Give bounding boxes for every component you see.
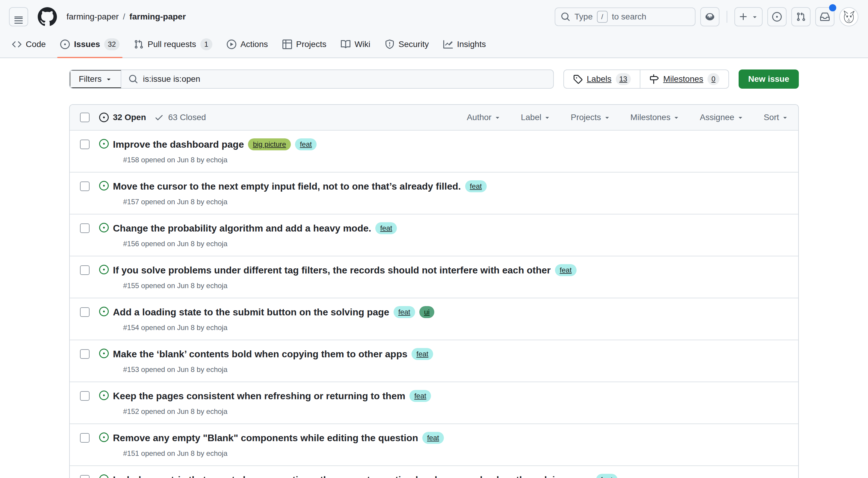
dropdown-label: Milestones: [630, 113, 671, 122]
issue-label[interactable]: feat: [409, 390, 431, 402]
issue-checkbox[interactable]: [80, 307, 90, 317]
dropdown-label: Label: [521, 113, 541, 122]
issue-meta: #156 opened on Jun 8 by echoja: [123, 240, 788, 248]
chevron-down-icon: [603, 114, 611, 121]
issue-title-link[interactable]: Remove any empty "Blank" components whil…: [113, 431, 418, 445]
issue-label[interactable]: feat: [555, 264, 577, 276]
issue-opened-icon: [99, 390, 109, 400]
issue-meta: #154 opened on Jun 8 by echoja: [123, 323, 788, 332]
your-pull-requests-button[interactable]: [791, 7, 810, 26]
git-pull-request-icon: [134, 39, 144, 49]
tab-security[interactable]: Security: [378, 31, 436, 58]
chevron-down-icon: [494, 114, 501, 121]
git-pull-request-icon: [796, 12, 806, 22]
issue-checkbox[interactable]: [80, 265, 90, 275]
tab-label: Wiki: [354, 39, 371, 49]
issue-label[interactable]: feat: [295, 138, 317, 150]
header-bar: farming-paper / farming-paper Type / to …: [0, 0, 868, 31]
dropdown-label[interactable]: Label: [521, 113, 551, 122]
dropdown-sort[interactable]: Sort: [764, 113, 788, 122]
labels-milestones-group: Labels 13 Milestones 0: [563, 69, 729, 89]
dropdown-projects[interactable]: Projects: [570, 113, 611, 122]
tag-icon: [573, 74, 583, 84]
issue-checkbox[interactable]: [80, 475, 90, 478]
search-icon: [128, 74, 138, 84]
tab-count-badge: 1: [200, 38, 212, 50]
tab-insights[interactable]: Insights: [436, 31, 493, 58]
dropdown-author[interactable]: Author: [467, 113, 501, 122]
labels-label: Labels: [587, 74, 612, 84]
issue-checkbox[interactable]: [80, 223, 90, 233]
issue-checkbox[interactable]: [80, 349, 90, 359]
play-icon: [227, 39, 236, 49]
issue-checkbox[interactable]: [80, 391, 90, 401]
issue-title-link[interactable]: If you solve problems under different ta…: [113, 263, 551, 277]
tab-wiki[interactable]: Wiki: [334, 31, 378, 58]
issue-title-link[interactable]: Include a metric that counts how many ti…: [113, 473, 592, 478]
open-issues-filter[interactable]: 32 Open: [99, 113, 146, 122]
issue-label[interactable]: feat: [596, 474, 618, 478]
issue-row: Include a metric that counts how many ti…: [70, 466, 798, 478]
issue-label[interactable]: feat: [394, 306, 415, 318]
dropdown-assignee[interactable]: Assignee: [700, 113, 744, 122]
issue-title-link[interactable]: Move the cursor to the next empty input …: [113, 179, 461, 193]
global-search-input[interactable]: Type / to search: [555, 7, 695, 26]
issues-search-input[interactable]: is:issue is:open: [121, 70, 553, 88]
issues-list-container: 32 Open 63 Closed AuthorLabelProjectsMil…: [69, 104, 799, 478]
issue-row: Improve the dashboard pagebig picturefea…: [70, 130, 798, 172]
issue-label[interactable]: big picture: [248, 138, 291, 150]
issue-title-link[interactable]: Keep the pages consistent when refreshin…: [113, 389, 405, 403]
milestones-button[interactable]: Milestones 0: [640, 70, 728, 88]
issue-row: Keep the pages consistent when refreshin…: [70, 382, 798, 423]
issue-label[interactable]: feat: [465, 180, 487, 192]
issue-title-link[interactable]: Make the ‘blank’ contents bold when copy…: [113, 347, 407, 361]
tab-actions[interactable]: Actions: [220, 31, 275, 58]
tab-label: Projects: [296, 39, 327, 49]
issue-title-link[interactable]: Improve the dashboard page: [113, 137, 244, 152]
tab-pull-requests[interactable]: Pull requests1: [127, 31, 220, 58]
breadcrumb-repo-link[interactable]: farming-paper: [129, 12, 186, 22]
issue-label[interactable]: feat: [411, 348, 433, 360]
issue-label[interactable]: ui: [419, 306, 435, 318]
dropdown-milestones[interactable]: Milestones: [630, 113, 680, 122]
issue-checkbox[interactable]: [80, 182, 90, 191]
issue-title-link[interactable]: Change the probability algorithm and add…: [113, 221, 371, 235]
shield-icon: [385, 39, 395, 49]
issue-checkbox[interactable]: [80, 433, 90, 443]
issue-opened-icon: [99, 349, 109, 358]
tab-label: Security: [399, 39, 429, 49]
milestones-label: Milestones: [663, 74, 703, 84]
issue-label[interactable]: feat: [422, 432, 444, 444]
labels-count-badge: 13: [616, 73, 631, 85]
user-avatar[interactable]: [839, 7, 859, 26]
issue-title-link[interactable]: Add a loading state to the submit button…: [113, 305, 390, 319]
closed-issues-filter[interactable]: 63 Closed: [154, 113, 206, 122]
tab-label: Issues: [74, 39, 100, 49]
new-issue-button[interactable]: New issue: [739, 69, 799, 89]
issue-label[interactable]: feat: [375, 222, 397, 234]
tab-label: Actions: [241, 39, 268, 49]
labels-button[interactable]: Labels 13: [564, 70, 640, 88]
filters-dropdown-button[interactable]: Filters: [70, 70, 121, 88]
tab-code[interactable]: Code: [5, 31, 53, 58]
hamburger-menu-button[interactable]: [9, 7, 28, 26]
issue-opened-icon: [60, 39, 70, 49]
tab-issues[interactable]: Issues32: [53, 31, 127, 58]
main-content: Filters is:issue is:open Labels 13 Miles…: [69, 69, 799, 478]
tab-projects[interactable]: Projects: [275, 31, 334, 58]
dropdown-label: Projects: [570, 113, 601, 122]
github-logo-icon[interactable]: [38, 7, 57, 26]
issue-opened-icon: [99, 113, 109, 122]
tab-label: Code: [26, 39, 46, 49]
graph-icon: [443, 39, 453, 49]
your-issues-button[interactable]: [767, 7, 786, 26]
copilot-button[interactable]: [700, 7, 719, 26]
create-new-button[interactable]: [735, 7, 763, 26]
breadcrumb-owner-link[interactable]: farming-paper: [66, 12, 119, 22]
issue-checkbox[interactable]: [80, 139, 90, 149]
chevron-down-icon: [751, 13, 758, 20]
open-count-label: 32 Open: [113, 113, 146, 122]
select-all-checkbox[interactable]: [80, 113, 90, 122]
issue-list: Improve the dashboard pagebig picturefea…: [70, 130, 798, 478]
issue-opened-icon: [772, 12, 782, 22]
